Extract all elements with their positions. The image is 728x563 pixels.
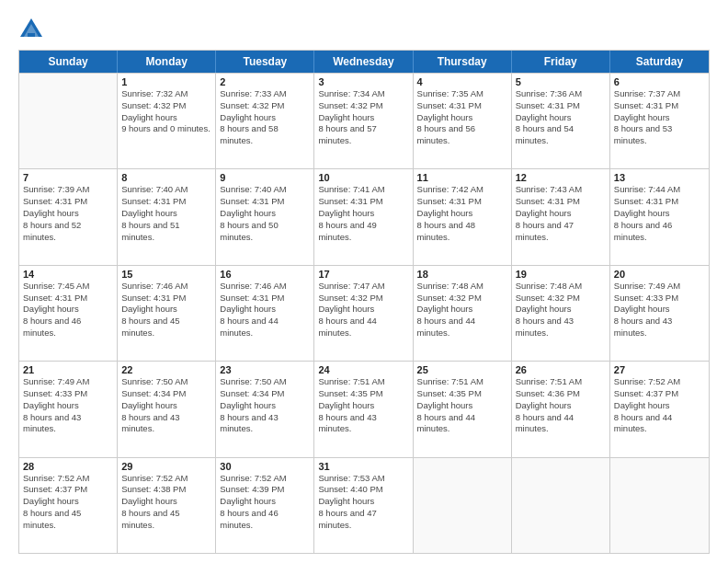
day-number: 11 xyxy=(417,172,507,183)
day-info: Sunrise: 7:52 AMSunset: 4:39 PMDaylight … xyxy=(220,473,310,532)
sunrise-label: Sunrise: 7:40 AM xyxy=(121,184,188,194)
sunrise-label: Sunrise: 7:33 AM xyxy=(220,88,286,98)
sunset-label: Sunset: 4:34 PM xyxy=(121,388,186,398)
day-number: 24 xyxy=(318,364,408,375)
daylight-label: Daylight hours xyxy=(220,112,276,122)
cal-cell: 4Sunrise: 7:35 AMSunset: 4:31 PMDaylight… xyxy=(414,74,512,168)
daylight-label: Daylight hours xyxy=(121,112,177,122)
cal-cell: 19Sunrise: 7:48 AMSunset: 4:32 PMDayligh… xyxy=(512,266,610,361)
day-info: Sunrise: 7:48 AMSunset: 4:32 PMDaylight … xyxy=(417,281,507,339)
sunrise-label: Sunrise: 7:49 AM xyxy=(23,376,89,386)
day-info: Sunrise: 7:51 AMSunset: 4:35 PMDaylight … xyxy=(417,376,507,435)
sunset-label: Sunset: 4:32 PM xyxy=(318,293,382,303)
sunset-label: Sunset: 4:31 PM xyxy=(417,196,482,206)
cal-cell xyxy=(610,458,709,553)
sunset-label: Sunset: 4:31 PM xyxy=(220,293,284,303)
header-day-thursday: Thursday xyxy=(414,51,512,73)
sunrise-label: Sunrise: 7:47 AM xyxy=(318,281,384,291)
day-number: 9 xyxy=(220,172,310,183)
daylight-label: Daylight hours xyxy=(121,400,177,410)
daylight-label: Daylight hours xyxy=(417,112,473,122)
cal-cell: 9Sunrise: 7:40 AMSunset: 4:31 PMDaylight… xyxy=(216,169,314,264)
sunset-label: Sunset: 4:37 PM xyxy=(23,484,87,494)
day-number: 26 xyxy=(516,364,606,375)
cal-cell: 11Sunrise: 7:42 AMSunset: 4:31 PMDayligh… xyxy=(414,169,512,264)
cal-cell: 6Sunrise: 7:37 AMSunset: 4:31 PMDaylight… xyxy=(610,74,709,168)
sunset-label: Sunset: 4:31 PM xyxy=(614,196,678,206)
day-info: Sunrise: 7:36 AMSunset: 4:31 PMDaylight … xyxy=(516,88,606,147)
cal-cell: 7Sunrise: 7:39 AMSunset: 4:31 PMDaylight… xyxy=(19,169,118,264)
daylight-value: 8 hours and 43 minutes. xyxy=(220,412,278,434)
sunset-label: Sunset: 4:32 PM xyxy=(516,293,580,303)
daylight-value: 8 hours and 45 minutes. xyxy=(23,508,81,530)
sunset-label: Sunset: 4:34 PM xyxy=(220,388,284,398)
cal-cell: 18Sunrise: 7:48 AMSunset: 4:32 PMDayligh… xyxy=(414,266,512,361)
logo-icon xyxy=(18,17,44,42)
daylight-label: Daylight hours xyxy=(516,304,572,314)
day-number: 22 xyxy=(121,364,211,375)
sunrise-label: Sunrise: 7:35 AM xyxy=(417,88,483,98)
daylight-value: 8 hours and 43 minutes. xyxy=(614,316,672,338)
sunset-label: Sunset: 4:32 PM xyxy=(417,293,482,303)
logo xyxy=(18,17,48,42)
sunrise-label: Sunrise: 7:48 AM xyxy=(516,281,582,291)
header-day-sunday: Sunday xyxy=(19,51,118,73)
daylight-label: Daylight hours xyxy=(23,304,79,314)
day-number: 29 xyxy=(121,461,211,472)
week-row-4: 21Sunrise: 7:49 AMSunset: 4:33 PMDayligh… xyxy=(19,361,709,456)
sunrise-label: Sunrise: 7:40 AM xyxy=(220,184,286,194)
daylight-label: Daylight hours xyxy=(318,400,374,410)
day-number: 31 xyxy=(318,461,408,472)
daylight-label: Daylight hours xyxy=(318,304,374,314)
daylight-value: 8 hours and 52 minutes. xyxy=(23,220,81,242)
day-info: Sunrise: 7:43 AMSunset: 4:31 PMDaylight … xyxy=(516,184,606,243)
day-number: 25 xyxy=(417,364,507,375)
sunset-label: Sunset: 4:35 PM xyxy=(318,388,382,398)
week-row-5: 28Sunrise: 7:52 AMSunset: 4:37 PMDayligh… xyxy=(19,457,709,553)
daylight-value: 8 hours and 48 minutes. xyxy=(417,220,475,242)
sunset-label: Sunset: 4:37 PM xyxy=(614,388,678,398)
cal-cell: 3Sunrise: 7:34 AMSunset: 4:32 PMDaylight… xyxy=(314,74,413,168)
daylight-value: 8 hours and 45 minutes. xyxy=(121,316,179,338)
sunrise-label: Sunrise: 7:52 AM xyxy=(614,376,680,386)
sunrise-label: Sunrise: 7:37 AM xyxy=(614,88,680,98)
cal-cell: 29Sunrise: 7:52 AMSunset: 4:38 PMDayligh… xyxy=(118,458,216,553)
cal-cell: 28Sunrise: 7:52 AMSunset: 4:37 PMDayligh… xyxy=(19,458,118,553)
cal-cell: 14Sunrise: 7:45 AMSunset: 4:31 PMDayligh… xyxy=(19,266,118,361)
sunset-label: Sunset: 4:31 PM xyxy=(220,196,284,206)
sunset-label: Sunset: 4:36 PM xyxy=(516,388,580,398)
day-info: Sunrise: 7:45 AMSunset: 4:31 PMDaylight … xyxy=(23,281,113,339)
daylight-value: 8 hours and 43 minutes. xyxy=(516,316,574,338)
sunrise-label: Sunrise: 7:48 AM xyxy=(417,281,483,291)
sunrise-label: Sunrise: 7:53 AM xyxy=(318,473,384,483)
daylight-value: 8 hours and 45 minutes. xyxy=(121,508,179,530)
cal-cell: 24Sunrise: 7:51 AMSunset: 4:35 PMDayligh… xyxy=(314,362,413,456)
day-number: 20 xyxy=(614,269,705,280)
sunset-label: Sunset: 4:32 PM xyxy=(121,100,186,110)
daylight-value: 8 hours and 51 minutes. xyxy=(121,220,179,242)
daylight-label: Daylight hours xyxy=(614,304,670,314)
header-day-monday: Monday xyxy=(118,51,216,73)
sunset-label: Sunset: 4:32 PM xyxy=(318,100,382,110)
calendar: SundayMondayTuesdayWednesdayThursdayFrid… xyxy=(18,50,710,554)
day-number: 10 xyxy=(318,172,408,183)
sunset-label: Sunset: 4:31 PM xyxy=(121,293,186,303)
cal-cell: 12Sunrise: 7:43 AMSunset: 4:31 PMDayligh… xyxy=(512,169,610,264)
day-number: 28 xyxy=(23,461,113,472)
daylight-label: Daylight hours xyxy=(614,400,670,410)
sunset-label: Sunset: 4:31 PM xyxy=(516,196,580,206)
sunset-label: Sunset: 4:38 PM xyxy=(121,484,186,494)
cal-cell: 26Sunrise: 7:51 AMSunset: 4:36 PMDayligh… xyxy=(512,362,610,456)
day-info: Sunrise: 7:40 AMSunset: 4:31 PMDaylight … xyxy=(121,184,211,243)
sunset-label: Sunset: 4:35 PM xyxy=(417,388,482,398)
header-day-saturday: Saturday xyxy=(610,51,709,73)
week-row-2: 7Sunrise: 7:39 AMSunset: 4:31 PMDaylight… xyxy=(19,168,709,264)
day-info: Sunrise: 7:47 AMSunset: 4:32 PMDaylight … xyxy=(318,281,408,339)
daylight-label: Daylight hours xyxy=(121,304,177,314)
day-info: Sunrise: 7:40 AMSunset: 4:31 PMDaylight … xyxy=(220,184,310,243)
day-info: Sunrise: 7:35 AMSunset: 4:31 PMDaylight … xyxy=(417,88,507,147)
day-number: 13 xyxy=(614,172,705,183)
cal-cell: 10Sunrise: 7:41 AMSunset: 4:31 PMDayligh… xyxy=(314,169,413,264)
sunset-label: Sunset: 4:33 PM xyxy=(23,388,87,398)
day-number: 6 xyxy=(614,76,705,87)
